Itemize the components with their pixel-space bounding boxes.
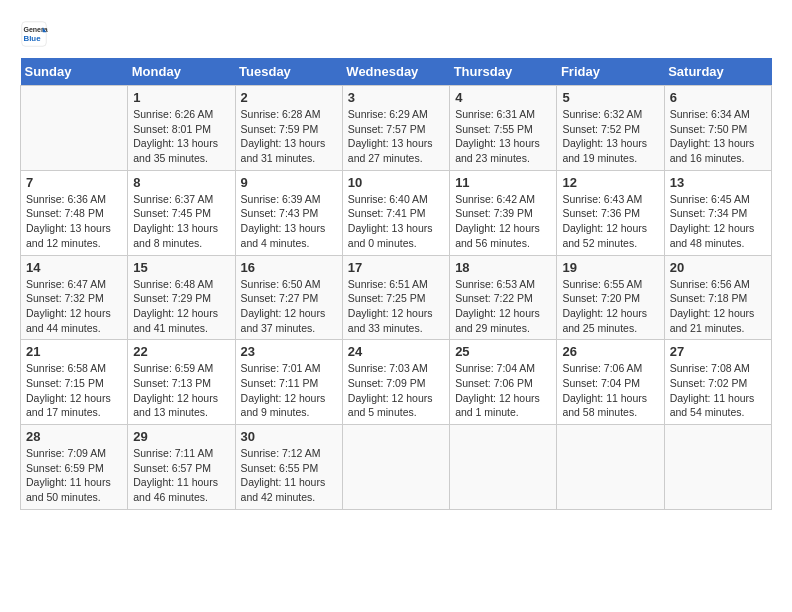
day-info: Sunrise: 6:43 AMSunset: 7:36 PMDaylight:… xyxy=(562,192,658,251)
calendar-cell: 29Sunrise: 7:11 AMSunset: 6:57 PMDayligh… xyxy=(128,425,235,510)
day-number: 10 xyxy=(348,175,444,190)
calendar-cell xyxy=(557,425,664,510)
day-number: 29 xyxy=(133,429,229,444)
day-info: Sunrise: 6:45 AMSunset: 7:34 PMDaylight:… xyxy=(670,192,766,251)
day-info: Sunrise: 6:40 AMSunset: 7:41 PMDaylight:… xyxy=(348,192,444,251)
weekday-header-thursday: Thursday xyxy=(450,58,557,86)
day-info: Sunrise: 7:08 AMSunset: 7:02 PMDaylight:… xyxy=(670,361,766,420)
calendar-cell: 1Sunrise: 6:26 AMSunset: 8:01 PMDaylight… xyxy=(128,86,235,171)
calendar-cell: 28Sunrise: 7:09 AMSunset: 6:59 PMDayligh… xyxy=(21,425,128,510)
calendar-cell: 5Sunrise: 6:32 AMSunset: 7:52 PMDaylight… xyxy=(557,86,664,171)
weekday-header-row: SundayMondayTuesdayWednesdayThursdayFrid… xyxy=(21,58,772,86)
day-number: 17 xyxy=(348,260,444,275)
calendar-cell xyxy=(450,425,557,510)
svg-text:Blue: Blue xyxy=(24,34,42,43)
day-info: Sunrise: 6:29 AMSunset: 7:57 PMDaylight:… xyxy=(348,107,444,166)
calendar-cell: 17Sunrise: 6:51 AMSunset: 7:25 PMDayligh… xyxy=(342,255,449,340)
calendar-cell: 4Sunrise: 6:31 AMSunset: 7:55 PMDaylight… xyxy=(450,86,557,171)
day-info: Sunrise: 6:59 AMSunset: 7:13 PMDaylight:… xyxy=(133,361,229,420)
day-info: Sunrise: 6:53 AMSunset: 7:22 PMDaylight:… xyxy=(455,277,551,336)
day-info: Sunrise: 6:58 AMSunset: 7:15 PMDaylight:… xyxy=(26,361,122,420)
calendar-cell: 6Sunrise: 6:34 AMSunset: 7:50 PMDaylight… xyxy=(664,86,771,171)
day-info: Sunrise: 7:06 AMSunset: 7:04 PMDaylight:… xyxy=(562,361,658,420)
day-info: Sunrise: 6:42 AMSunset: 7:39 PMDaylight:… xyxy=(455,192,551,251)
day-info: Sunrise: 6:47 AMSunset: 7:32 PMDaylight:… xyxy=(26,277,122,336)
day-info: Sunrise: 6:56 AMSunset: 7:18 PMDaylight:… xyxy=(670,277,766,336)
day-number: 5 xyxy=(562,90,658,105)
day-number: 8 xyxy=(133,175,229,190)
day-info: Sunrise: 6:51 AMSunset: 7:25 PMDaylight:… xyxy=(348,277,444,336)
weekday-header-monday: Monday xyxy=(128,58,235,86)
calendar-cell: 23Sunrise: 7:01 AMSunset: 7:11 PMDayligh… xyxy=(235,340,342,425)
calendar-cell: 22Sunrise: 6:59 AMSunset: 7:13 PMDayligh… xyxy=(128,340,235,425)
weekday-header-friday: Friday xyxy=(557,58,664,86)
logo-icon: General Blue xyxy=(20,20,48,48)
day-info: Sunrise: 6:55 AMSunset: 7:20 PMDaylight:… xyxy=(562,277,658,336)
calendar-cell: 18Sunrise: 6:53 AMSunset: 7:22 PMDayligh… xyxy=(450,255,557,340)
calendar-cell: 14Sunrise: 6:47 AMSunset: 7:32 PMDayligh… xyxy=(21,255,128,340)
day-number: 15 xyxy=(133,260,229,275)
calendar-cell: 20Sunrise: 6:56 AMSunset: 7:18 PMDayligh… xyxy=(664,255,771,340)
day-number: 30 xyxy=(241,429,337,444)
day-info: Sunrise: 6:36 AMSunset: 7:48 PMDaylight:… xyxy=(26,192,122,251)
calendar-cell: 12Sunrise: 6:43 AMSunset: 7:36 PMDayligh… xyxy=(557,170,664,255)
calendar-cell xyxy=(664,425,771,510)
calendar-week-1: 1Sunrise: 6:26 AMSunset: 8:01 PMDaylight… xyxy=(21,86,772,171)
calendar-week-5: 28Sunrise: 7:09 AMSunset: 6:59 PMDayligh… xyxy=(21,425,772,510)
day-number: 9 xyxy=(241,175,337,190)
weekday-header-sunday: Sunday xyxy=(21,58,128,86)
calendar-cell: 2Sunrise: 6:28 AMSunset: 7:59 PMDaylight… xyxy=(235,86,342,171)
day-number: 18 xyxy=(455,260,551,275)
day-number: 13 xyxy=(670,175,766,190)
calendar-week-2: 7Sunrise: 6:36 AMSunset: 7:48 PMDaylight… xyxy=(21,170,772,255)
day-info: Sunrise: 7:01 AMSunset: 7:11 PMDaylight:… xyxy=(241,361,337,420)
calendar-cell: 9Sunrise: 6:39 AMSunset: 7:43 PMDaylight… xyxy=(235,170,342,255)
day-number: 22 xyxy=(133,344,229,359)
day-info: Sunrise: 7:11 AMSunset: 6:57 PMDaylight:… xyxy=(133,446,229,505)
calendar-table: SundayMondayTuesdayWednesdayThursdayFrid… xyxy=(20,58,772,510)
weekday-header-tuesday: Tuesday xyxy=(235,58,342,86)
day-number: 26 xyxy=(562,344,658,359)
day-info: Sunrise: 6:26 AMSunset: 8:01 PMDaylight:… xyxy=(133,107,229,166)
logo: General Blue xyxy=(20,20,52,48)
day-number: 24 xyxy=(348,344,444,359)
calendar-week-3: 14Sunrise: 6:47 AMSunset: 7:32 PMDayligh… xyxy=(21,255,772,340)
day-info: Sunrise: 6:31 AMSunset: 7:55 PMDaylight:… xyxy=(455,107,551,166)
weekday-header-wednesday: Wednesday xyxy=(342,58,449,86)
day-number: 21 xyxy=(26,344,122,359)
calendar-week-4: 21Sunrise: 6:58 AMSunset: 7:15 PMDayligh… xyxy=(21,340,772,425)
day-info: Sunrise: 7:12 AMSunset: 6:55 PMDaylight:… xyxy=(241,446,337,505)
day-number: 2 xyxy=(241,90,337,105)
calendar-cell: 7Sunrise: 6:36 AMSunset: 7:48 PMDaylight… xyxy=(21,170,128,255)
day-info: Sunrise: 6:39 AMSunset: 7:43 PMDaylight:… xyxy=(241,192,337,251)
day-info: Sunrise: 6:48 AMSunset: 7:29 PMDaylight:… xyxy=(133,277,229,336)
day-number: 16 xyxy=(241,260,337,275)
calendar-cell xyxy=(342,425,449,510)
day-number: 6 xyxy=(670,90,766,105)
day-number: 7 xyxy=(26,175,122,190)
day-info: Sunrise: 7:03 AMSunset: 7:09 PMDaylight:… xyxy=(348,361,444,420)
day-number: 12 xyxy=(562,175,658,190)
calendar-cell: 26Sunrise: 7:06 AMSunset: 7:04 PMDayligh… xyxy=(557,340,664,425)
day-number: 23 xyxy=(241,344,337,359)
day-number: 28 xyxy=(26,429,122,444)
calendar-body: 1Sunrise: 6:26 AMSunset: 8:01 PMDaylight… xyxy=(21,86,772,510)
day-number: 4 xyxy=(455,90,551,105)
calendar-cell: 21Sunrise: 6:58 AMSunset: 7:15 PMDayligh… xyxy=(21,340,128,425)
day-info: Sunrise: 6:50 AMSunset: 7:27 PMDaylight:… xyxy=(241,277,337,336)
day-info: Sunrise: 6:34 AMSunset: 7:50 PMDaylight:… xyxy=(670,107,766,166)
calendar-cell: 19Sunrise: 6:55 AMSunset: 7:20 PMDayligh… xyxy=(557,255,664,340)
calendar-cell: 13Sunrise: 6:45 AMSunset: 7:34 PMDayligh… xyxy=(664,170,771,255)
calendar-cell xyxy=(21,86,128,171)
calendar-cell: 30Sunrise: 7:12 AMSunset: 6:55 PMDayligh… xyxy=(235,425,342,510)
calendar-cell: 27Sunrise: 7:08 AMSunset: 7:02 PMDayligh… xyxy=(664,340,771,425)
calendar-cell: 8Sunrise: 6:37 AMSunset: 7:45 PMDaylight… xyxy=(128,170,235,255)
weekday-header-saturday: Saturday xyxy=(664,58,771,86)
day-number: 27 xyxy=(670,344,766,359)
day-info: Sunrise: 6:37 AMSunset: 7:45 PMDaylight:… xyxy=(133,192,229,251)
day-number: 1 xyxy=(133,90,229,105)
day-info: Sunrise: 7:04 AMSunset: 7:06 PMDaylight:… xyxy=(455,361,551,420)
day-number: 3 xyxy=(348,90,444,105)
calendar-cell: 3Sunrise: 6:29 AMSunset: 7:57 PMDaylight… xyxy=(342,86,449,171)
calendar-cell: 11Sunrise: 6:42 AMSunset: 7:39 PMDayligh… xyxy=(450,170,557,255)
